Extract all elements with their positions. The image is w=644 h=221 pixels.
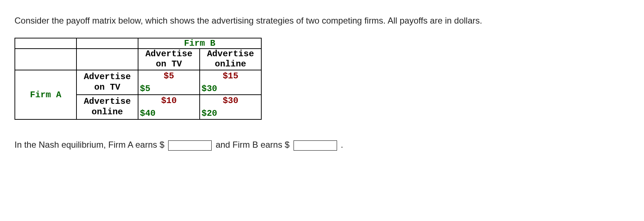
intro-text: Consider the payoff matrix below, which … <box>14 15 630 27</box>
firm-a-strategy-online: Advertise online <box>76 95 138 119</box>
strategy-line1: Advertise <box>138 49 199 60</box>
payoff-online-tv: $10 $40 <box>138 95 200 119</box>
payoff-b: $40 <box>140 109 155 118</box>
firm-a-answer-input[interactable] <box>168 140 212 151</box>
strategy-line1: Advertise <box>77 72 138 82</box>
firm-a-strategy-tv: Advertise on TV <box>76 70 138 95</box>
payoff-online-online: $30 $20 <box>200 95 261 119</box>
payoff-matrix: Firm B Advertise on TV Advertise online … <box>14 38 262 120</box>
strategy-line2: on TV <box>138 59 199 70</box>
strategy-line2: online <box>77 107 138 118</box>
question-part1: In the Nash equilibrium, Firm A earns $ <box>14 140 165 150</box>
firm-b-strategy-online: Advertise online <box>200 49 261 70</box>
blank-cell <box>76 38 138 49</box>
payoff-b: $30 <box>201 84 217 94</box>
blank-corner <box>15 38 76 49</box>
blank-cell <box>15 49 76 70</box>
payoff-b: $20 <box>201 109 217 118</box>
firm-b-header: Firm B <box>138 38 261 49</box>
payoff-tv-tv: $5 $5 <box>138 70 200 95</box>
question-part3: . <box>341 140 343 150</box>
payoff-a: $15 <box>223 71 238 81</box>
strategy-line1: Advertise <box>77 97 138 107</box>
payoff-a: $5 <box>164 71 174 81</box>
strategy-line1: Advertise <box>200 49 261 60</box>
question-part2: and Firm B earns $ <box>216 140 290 150</box>
payoff-a: $30 <box>223 96 238 106</box>
payoff-tv-online: $15 $30 <box>200 70 261 95</box>
firm-a-header: Firm A <box>15 70 76 119</box>
blank-cell <box>76 49 138 70</box>
strategy-line2: online <box>200 59 261 70</box>
strategy-line2: on TV <box>77 82 138 93</box>
firm-b-strategy-tv: Advertise on TV <box>138 49 200 70</box>
question-line: In the Nash equilibrium, Firm A earns $ … <box>14 138 630 152</box>
payoff-b: $5 <box>140 84 150 94</box>
payoff-a: $10 <box>161 96 176 106</box>
firm-b-answer-input[interactable] <box>294 140 337 151</box>
